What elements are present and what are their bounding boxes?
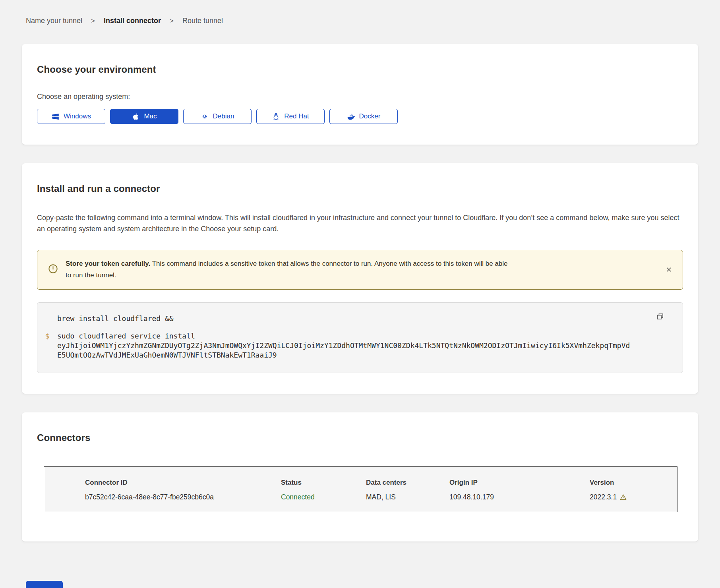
redhat-tux-icon [272, 112, 280, 121]
command-line-2: $ sudo cloudflared service install eyJhI… [37, 331, 631, 360]
apple-icon [132, 112, 140, 121]
command-line-1: brew install cloudflared && [37, 314, 631, 323]
col-header-connector-id: Connector ID [44, 479, 281, 487]
os-button-label: Windows [64, 112, 91, 120]
table-header-row: Connector ID Status Data centers Origin … [44, 467, 677, 487]
col-header-origin-ip: Origin IP [449, 479, 590, 487]
install-card-title: Install and run a connector [37, 183, 683, 194]
next-button[interactable]: Next [26, 581, 63, 588]
copy-icon [656, 312, 664, 321]
col-header-data-centers: Data centers [366, 479, 449, 487]
col-header-version: Version [590, 479, 677, 487]
token-warning-banner: Store your token carefully. This command… [37, 250, 683, 290]
os-button-redhat[interactable]: Red Hat [256, 109, 325, 124]
os-button-docker[interactable]: Docker [329, 109, 398, 124]
command-text-1: brew install cloudflared && [57, 314, 631, 323]
tunnel-setup-page: Name your tunnel > Install connector > R… [0, 0, 720, 588]
debian-icon [201, 112, 209, 121]
close-icon [666, 267, 672, 272]
data-centers-cell: MAD, LIS [366, 493, 449, 501]
os-button-label: Red Hat [284, 112, 309, 120]
os-button-label: Debian [213, 112, 234, 120]
os-button-label: Docker [359, 112, 381, 120]
table-row: b7c52c42-6caa-48ee-8c77-fbe259cb6c0a Con… [44, 487, 677, 512]
install-connector-card: Install and run a connector Copy-paste t… [22, 163, 698, 394]
os-button-label: Mac [144, 112, 157, 120]
warning-close-button[interactable] [664, 265, 673, 274]
prompt-gutter [37, 314, 57, 323]
environment-card-title: Choose your environment [37, 64, 683, 75]
os-select-label: Choose an operating system: [37, 93, 683, 101]
breadcrumb: Name your tunnel > Install connector > R… [26, 17, 698, 25]
status-badge: Connected [281, 493, 366, 501]
os-button-mac[interactable]: Mac [110, 109, 178, 124]
warning-message: Store your token carefully. This command… [66, 258, 511, 281]
version-cell: 2022.3.1 [590, 493, 677, 501]
os-button-windows[interactable]: Windows [37, 109, 105, 124]
origin-ip-cell: 109.48.10.179 [449, 493, 590, 501]
version-value: 2022.3.1 [590, 493, 617, 501]
install-command-block: brew install cloudflared && $ sudo cloud… [37, 302, 683, 373]
col-header-status: Status [281, 479, 366, 487]
breadcrumb-separator: > [91, 17, 95, 25]
warning-message-bold: Store your token carefully. [66, 260, 150, 267]
connectors-card: Connectors Connector ID Status Data cent… [22, 412, 698, 542]
connectors-card-title: Connectors [37, 432, 683, 443]
version-warning-triangle-icon [619, 493, 627, 501]
breadcrumb-step-name-tunnel[interactable]: Name your tunnel [26, 17, 82, 25]
install-description: Copy-paste the following command into a … [37, 213, 683, 235]
breadcrumb-separator: > [170, 17, 174, 25]
breadcrumb-step-install-connector[interactable]: Install connector [104, 17, 161, 25]
copy-command-button[interactable] [655, 312, 665, 322]
breadcrumb-step-route-tunnel[interactable]: Route tunnel [182, 17, 223, 25]
docker-icon [347, 112, 355, 121]
os-button-group: Windows Mac Debian Red Hat Docker [37, 109, 683, 124]
connectors-table: Connector ID Status Data centers Origin … [44, 466, 677, 512]
dollar-prompt: $ [37, 331, 57, 360]
choose-environment-card: Choose your environment Choose an operat… [22, 44, 698, 145]
warning-circle-icon [48, 263, 58, 274]
connector-id-cell: b7c52c42-6caa-48ee-8c77-fbe259cb6c0a [44, 493, 281, 501]
command-text-2: sudo cloudflared service install eyJhIjo… [57, 331, 631, 360]
windows-icon [51, 112, 60, 121]
os-button-debian[interactable]: Debian [183, 109, 252, 124]
